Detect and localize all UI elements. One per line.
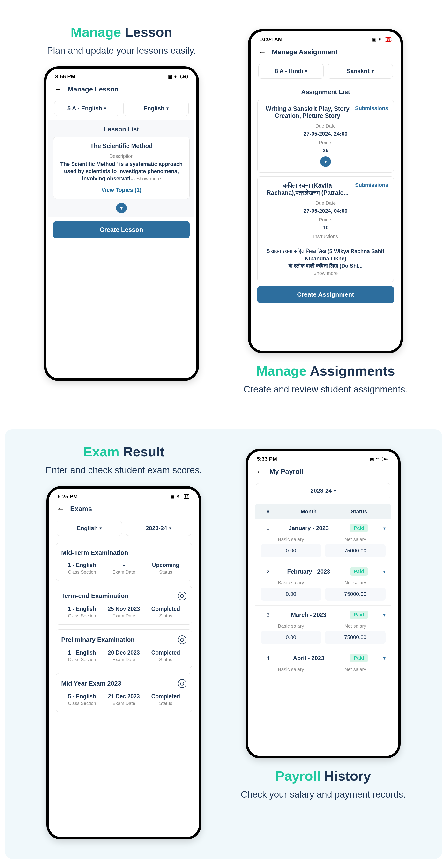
exam-date-label: Exam Date xyxy=(105,569,143,575)
exam-card[interactable]: Preliminary Examination 1 - English Clas… xyxy=(56,629,192,669)
back-arrow-icon[interactable]: ← xyxy=(258,48,266,56)
status-time: 10:04 AM xyxy=(259,36,283,42)
show-more-link[interactable]: Show more xyxy=(313,271,338,276)
exam-date-value: - xyxy=(105,562,143,568)
row-month: February - 2023 xyxy=(275,568,342,575)
create-lesson-button[interactable]: Create Lesson xyxy=(53,221,190,238)
payroll-feature: 5:33 PM ▣ ᯤ 64 ← My Payroll 2023-24 ▾ xyxy=(236,444,410,810)
exam-phone: 5:25 PM ▣ ᯤ 84 ← Exams English ▾ xyxy=(46,486,201,839)
net-salary-value: 75000.00 xyxy=(325,588,386,600)
paid-badge: Paid xyxy=(350,524,368,532)
status-icons: ▣ ᯤ 84 xyxy=(170,494,190,499)
payroll-subtitle: Check your salary and payment records. xyxy=(236,788,410,801)
exam-date-value: 21 Dec 2023 xyxy=(105,693,143,700)
year-filter[interactable]: 2023-24 ▾ xyxy=(256,483,390,498)
class-filter[interactable]: 8 A - Hindi ▾ xyxy=(258,64,324,79)
class-section-value: 1 - English xyxy=(63,562,101,568)
expand-chevron-icon[interactable]: ▾ xyxy=(376,569,386,575)
back-arrow-icon[interactable]: ← xyxy=(57,504,64,514)
app-header: ← My Payroll xyxy=(250,464,396,479)
show-more-link[interactable]: Show more xyxy=(136,176,161,181)
class-filter-label: 8 A - Hindi xyxy=(275,68,303,74)
instructions-label: Instructions xyxy=(263,234,388,239)
col-month: Month xyxy=(275,508,342,515)
status-icons: ▣ ᯤ 64 xyxy=(370,456,389,462)
camera-icon: ▣ xyxy=(168,74,172,80)
row-index: 4 xyxy=(261,655,275,661)
status-bar: 5:33 PM ▣ ᯤ 64 xyxy=(250,453,396,464)
status-icons: ▣ ᯤ 15 xyxy=(372,37,392,42)
page-title: Manage Assignment xyxy=(272,48,338,56)
assignment-feature: 10:04 AM ▣ ᯤ 15 ← Manage Assignment 8 A … xyxy=(238,24,413,405)
net-salary-label: Net salary xyxy=(325,537,386,542)
class-section-label: Class Section xyxy=(63,613,101,619)
chevron-down-icon: ▾ xyxy=(100,526,102,531)
exam-card[interactable]: Mid Year Exam 2023 5 - English Class Sec… xyxy=(56,673,192,712)
exam-date-label: Exam Date xyxy=(105,657,143,662)
assignment-card: कविता रचना (Kavita Rachana),पत्रलेखनम् (… xyxy=(257,177,394,282)
exam-card[interactable]: Term-end Examination 1 - English Class S… xyxy=(56,586,192,625)
submissions-link[interactable]: Submissions xyxy=(355,182,388,188)
year-filter-label: 2023-24 xyxy=(146,525,167,532)
subject-filter-label: English xyxy=(143,105,164,112)
status-label: Status xyxy=(147,657,185,662)
class-filter[interactable]: 5 A - English ▾ xyxy=(54,101,120,116)
payroll-title: Payroll History xyxy=(236,768,410,784)
exam-card[interactable]: Mid-Term Examination 1 - English Class S… xyxy=(56,543,192,581)
create-assignment-button[interactable]: Create Assignment xyxy=(257,286,394,303)
net-salary-label: Net salary xyxy=(325,623,386,629)
points-label: Points xyxy=(263,217,388,223)
battery-icon: 84 xyxy=(183,494,190,499)
lesson-subtitle: Plan and update your lessons easily. xyxy=(34,45,209,57)
exam-date-value: 20 Dec 2023 xyxy=(105,650,143,656)
paid-badge: Paid xyxy=(350,611,368,619)
row-index: 2 xyxy=(261,568,275,575)
subject-filter[interactable]: English ▾ xyxy=(123,101,189,116)
exam-subtitle: Enter and check student exam scores. xyxy=(37,464,211,476)
payroll-row: 4 April - 2023 Paid ▾ Basic salary Net s… xyxy=(255,649,391,679)
back-arrow-icon[interactable]: ← xyxy=(256,467,264,476)
lesson-phone: 3:56 PM ▣ ᯤ 36 ← Manage Lesson 5 A - Eng… xyxy=(44,66,199,381)
row-month: January - 2023 xyxy=(275,525,342,532)
net-salary-value: 75000.00 xyxy=(325,544,386,557)
view-topics-link[interactable]: View Topics (1) xyxy=(59,187,184,193)
status-time: 3:56 PM xyxy=(55,73,75,80)
battery-icon: 64 xyxy=(382,457,389,461)
assignment-subtitle: Create and review student assignments. xyxy=(238,383,413,395)
status-value: Completed xyxy=(147,693,185,700)
net-salary-value: 75000.00 xyxy=(325,631,386,644)
lesson-item-title: The Scientific Method xyxy=(59,143,184,150)
chevron-down-icon: ▾ xyxy=(166,106,168,111)
expand-chevron-icon[interactable]: ▾ xyxy=(376,612,386,618)
camera-icon: ▣ xyxy=(170,494,174,499)
exam-list: Mid-Term Examination 1 - English Class S… xyxy=(51,543,197,719)
expand-chevron-icon[interactable]: ▾ xyxy=(376,655,386,661)
app-header: ← Manage Lesson xyxy=(49,81,194,97)
expand-chevron-icon[interactable]: ▾ xyxy=(376,525,386,531)
status-value: Completed xyxy=(147,606,185,612)
lesson-feature: Manage Lesson Plan and update your lesso… xyxy=(34,24,209,386)
due-date-value: 27-05-2024, 24:00 xyxy=(263,130,388,137)
class-section-value: 1 - English xyxy=(63,650,101,656)
back-arrow-icon[interactable]: ← xyxy=(54,85,62,94)
row-month: March - 2023 xyxy=(275,612,342,618)
points-value: 10 xyxy=(263,224,388,231)
subject-filter[interactable]: Sanskrit ▾ xyxy=(327,64,393,79)
submissions-link[interactable]: Submissions xyxy=(355,105,388,112)
wifi-icon: ᯤ xyxy=(376,457,380,462)
expand-button[interactable]: ▾ xyxy=(116,203,127,213)
due-date-label: Due Date xyxy=(263,123,388,129)
clock-icon xyxy=(178,636,187,644)
battery-icon: 36 xyxy=(181,74,188,79)
year-filter[interactable]: 2023-24 ▾ xyxy=(126,521,191,536)
class-section-label: Class Section xyxy=(63,569,101,575)
row-index: 3 xyxy=(261,612,275,618)
due-date-value: 27-05-2024, 04:00 xyxy=(263,207,388,215)
exam-name: Mid-Term Examination xyxy=(61,549,128,557)
expand-button[interactable]: ▾ xyxy=(320,156,331,167)
basic-salary-label: Basic salary xyxy=(261,667,321,672)
chevron-down-icon: ▾ xyxy=(334,488,336,493)
language-filter[interactable]: English ▾ xyxy=(57,521,122,536)
status-label: Status xyxy=(147,569,185,575)
description-text: The Scientific Method" is a systematic a… xyxy=(59,160,184,182)
